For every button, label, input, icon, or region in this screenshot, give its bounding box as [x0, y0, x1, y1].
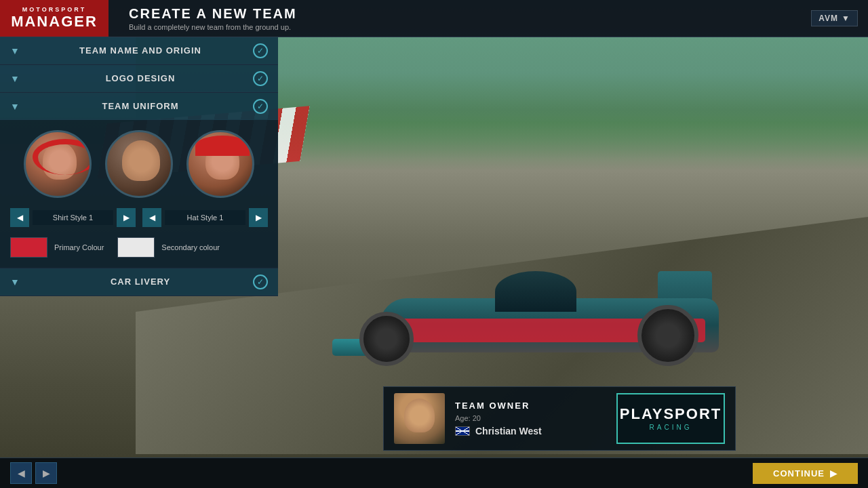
header-center: CREATE A NEW TEAM Build a completely new…	[108, 6, 811, 31]
accordion-car-livery-header[interactable]: ▼ CAR LIVERY ✓	[0, 268, 278, 296]
header-right: AVM ▼	[811, 10, 868, 26]
continue-button[interactable]: Continue ▶	[753, 463, 858, 484]
shirt-style-group: ◀ Shirt Style 1 ▶	[10, 208, 136, 227]
character-avatar-female	[24, 130, 92, 198]
chevron-down-icon: ▼	[10, 101, 21, 112]
nationality-flag-icon	[455, 426, 470, 436]
secondary-colour-label: Secondary colour	[161, 243, 220, 251]
hat-style-group: ◀ Hat Style 1 ▶	[142, 208, 268, 227]
page-subtitle: Build a completely new team from the gro…	[129, 23, 811, 31]
hat-style-next-button[interactable]: ▶	[249, 208, 268, 227]
team-logo-sub: RACING	[650, 424, 692, 431]
car-wheel-rear-left	[637, 305, 698, 366]
accordion-team-uniform-label: TEAM UNIFORM	[28, 101, 253, 111]
secondary-colour-swatch[interactable]	[117, 237, 155, 258]
hat-style-label: Hat Style 1	[165, 210, 245, 225]
continue-arrow-icon: ▶	[830, 468, 837, 479]
character-avatar-male-cap	[186, 130, 254, 198]
avm-chevron-icon: ▼	[842, 14, 850, 23]
uniform-content: ◀ Shirt Style 1 ▶ ◀ Hat Style 1 ▶ Primar…	[0, 120, 278, 268]
owner-title: TEAM OWNER	[455, 401, 606, 411]
top-bar: MOTORSPORT MANAGER CREATE A NEW TEAM Bui…	[0, 0, 868, 37]
hat-style-prev-button[interactable]: ◀	[142, 208, 161, 227]
team-uniform-check-icon: ✓	[253, 99, 268, 114]
chevron-down-icon: ▼	[10, 73, 21, 84]
prev-arrow-button[interactable]: ◀	[10, 462, 32, 484]
accordion-team-name: ▼ TEAM NAME AND ORIGIN ✓	[0, 37, 278, 65]
bottom-bar: ◀ ▶ Continue ▶	[0, 458, 868, 488]
accordion-car-livery: ▼ CAR LIVERY ✓	[0, 268, 278, 296]
style-controls: ◀ Shirt Style 1 ▶ ◀ Hat Style 1 ▶	[10, 208, 268, 227]
car-wheel-front-left	[359, 312, 414, 366]
team-logo-name: PLAYSPORT	[620, 407, 722, 422]
shirt-style-prev-button[interactable]: ◀	[10, 208, 29, 227]
car-cockpit	[495, 271, 576, 312]
continue-label: Continue	[773, 468, 825, 479]
shirt-style-next-button[interactable]: ▶	[117, 208, 136, 227]
page-title: CREATE A NEW TEAM	[129, 6, 811, 22]
team-logo: PLAYSPORT RACING	[616, 393, 725, 444]
accordion-car-livery-label: CAR LIVERY	[28, 277, 253, 287]
left-panel: ▼ TEAM NAME AND ORIGIN ✓ ▼ LOGO DESIGN ✓…	[0, 37, 278, 296]
accordion-team-name-header[interactable]: ▼ TEAM NAME AND ORIGIN ✓	[0, 37, 278, 64]
logo-bottom-text: MANAGER	[11, 13, 98, 30]
f1-car	[292, 190, 800, 407]
owner-info: TEAM OWNER Age: 20 Christian West	[455, 401, 606, 436]
chevron-down-icon: ▼	[10, 277, 21, 287]
shirt-style-label: Shirt Style 1	[33, 210, 113, 225]
accordion-team-uniform: ▼ TEAM UNIFORM ✓ ◀ Shirt Style 1 ▶ ◀	[0, 93, 278, 268]
accordion-logo-design-label: LOGO DESIGN	[28, 73, 253, 83]
avm-menu[interactable]: AVM ▼	[811, 10, 858, 26]
team-owner-card: TEAM OWNER Age: 20 Christian West PLAYSP…	[383, 386, 736, 451]
logo-top-text: MOTORSPORT	[22, 6, 86, 13]
nav-arrows: ◀ ▶	[10, 462, 57, 484]
age-label: Age:	[455, 414, 471, 422]
owner-name: Christian West	[475, 426, 542, 436]
colour-row: Primary Colour Secondary colour	[10, 237, 268, 258]
owner-name-row: Christian West	[455, 426, 606, 436]
character-avatar-male-bald	[105, 130, 173, 198]
owner-avatar	[394, 393, 445, 444]
avm-label: AVM	[818, 14, 838, 23]
age-value: 20	[473, 414, 481, 422]
accordion-team-name-label: TEAM NAME AND ORIGIN	[28, 45, 253, 56]
secondary-colour-item: Secondary colour	[117, 237, 220, 258]
chevron-down-icon: ▼	[10, 45, 21, 56]
accordion-team-uniform-header[interactable]: ▼ TEAM UNIFORM ✓	[0, 93, 278, 120]
primary-colour-swatch[interactable]	[10, 237, 47, 258]
primary-colour-label: Primary Colour	[54, 243, 104, 251]
accordion-logo-design: ▼ LOGO DESIGN ✓	[0, 65, 278, 93]
next-arrow-button[interactable]: ▶	[35, 462, 57, 484]
owner-age: Age: 20	[455, 414, 606, 422]
game-logo: MOTORSPORT MANAGER	[0, 0, 108, 37]
character-row	[10, 130, 268, 198]
accordion-logo-design-header[interactable]: ▼ LOGO DESIGN ✓	[0, 65, 278, 92]
team-name-check-icon: ✓	[253, 43, 268, 58]
primary-colour-item: Primary Colour	[10, 237, 104, 258]
logo-design-check-icon: ✓	[253, 71, 268, 86]
car-livery-check-icon: ✓	[253, 274, 268, 289]
